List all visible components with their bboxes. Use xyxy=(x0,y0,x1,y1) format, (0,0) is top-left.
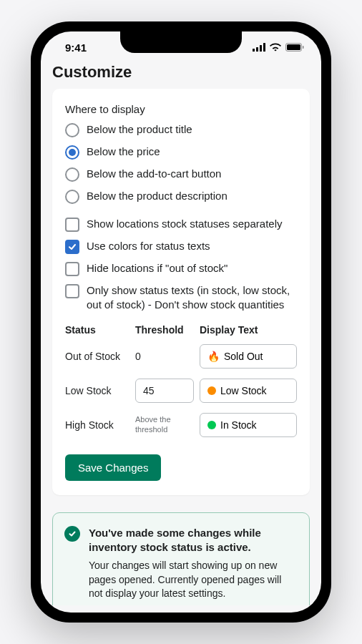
radio-icon xyxy=(65,123,79,137)
radio-icon xyxy=(65,167,79,182)
fire-icon: 🔥 xyxy=(207,351,220,362)
checkbox-icon xyxy=(65,262,79,276)
checkbox-label: Use colors for status texts xyxy=(87,239,210,253)
col-header-status: Status xyxy=(65,324,129,336)
svg-rect-2 xyxy=(260,45,262,52)
status-time: 9:41 xyxy=(58,42,87,54)
status-dot-icon xyxy=(207,421,216,429)
radio-below-title[interactable]: Below the product title xyxy=(65,122,297,137)
threshold-input[interactable]: 45 xyxy=(135,379,194,403)
display-text-input[interactable]: 🔥 Sold Out xyxy=(200,344,297,369)
checkbox-icon xyxy=(65,284,79,298)
col-header-display: Display Text xyxy=(200,324,297,336)
threshold-value: 0 xyxy=(135,351,194,362)
status-name: Low Stock xyxy=(65,385,129,396)
display-text-value: In Stock xyxy=(220,419,257,431)
threshold-value: 45 xyxy=(143,385,155,396)
status-dot-icon xyxy=(207,386,216,395)
save-changes-button[interactable]: Save Changes xyxy=(65,454,161,481)
checkbox-only-status-texts[interactable]: Only show status texts (in stock, low st… xyxy=(65,283,297,313)
checkbox-icon xyxy=(65,240,79,254)
radio-below-description[interactable]: Below the product description xyxy=(65,189,297,204)
checkbox-separate-locations[interactable]: Show locations stock statuses separately xyxy=(65,217,297,232)
svg-rect-5 xyxy=(287,44,300,50)
changes-notice: You've made some changes while inventory… xyxy=(52,512,310,606)
table-row-out-of-stock: Out of Stock 0 🔥 Sold Out xyxy=(65,344,297,369)
radio-below-cart[interactable]: Below the add-to-cart button xyxy=(65,167,297,182)
checkbox-label: Show locations stock statuses separately xyxy=(87,217,282,231)
checkbox-hide-oos[interactable]: Hide locations if "out of stock" xyxy=(65,261,297,276)
svg-rect-1 xyxy=(256,47,258,52)
status-name: High Stock xyxy=(65,419,129,431)
radio-icon xyxy=(65,145,79,160)
threshold-note: Above the threshold xyxy=(135,415,194,434)
radio-below-price[interactable]: Below the price xyxy=(65,145,297,160)
radio-label: Below the product description xyxy=(87,189,228,203)
where-to-display-label: Where to display xyxy=(65,103,297,115)
notice-title: You've made some changes while inventory… xyxy=(89,526,298,555)
checkbox-label: Only show status texts (in stock, low st… xyxy=(87,283,297,313)
checkbox-icon xyxy=(65,218,79,232)
check-circle-icon xyxy=(64,526,80,542)
notice-body: Your changes will start showing up on ne… xyxy=(89,559,298,601)
display-text-input[interactable]: In Stock xyxy=(200,413,297,437)
svg-rect-3 xyxy=(263,43,265,52)
page-header: Customize xyxy=(41,63,321,89)
svg-rect-6 xyxy=(303,46,303,49)
checkbox-use-colors[interactable]: Use colors for status texts xyxy=(65,239,297,254)
radio-label: Below the product title xyxy=(87,122,192,137)
radio-label: Below the price xyxy=(87,145,160,159)
status-name: Out of Stock xyxy=(65,351,129,362)
status-indicators xyxy=(253,43,304,52)
table-row-high-stock: High Stock Above the threshold In Stock xyxy=(65,413,297,437)
page-title: Customize xyxy=(52,63,310,82)
display-text-input[interactable]: Low Stock xyxy=(200,379,297,403)
status-table: Status Threshold Display Text Out of Sto… xyxy=(65,324,297,437)
battery-icon xyxy=(285,43,304,52)
display-text-value: Low Stock xyxy=(220,385,267,396)
svg-rect-0 xyxy=(253,49,255,52)
checkbox-label: Hide locations if "out of stock" xyxy=(87,261,228,275)
col-header-threshold: Threshold xyxy=(135,324,194,336)
signal-icon xyxy=(253,43,265,52)
radio-label: Below the add-to-cart button xyxy=(87,167,221,181)
table-row-low-stock: Low Stock 45 Low Stock xyxy=(65,379,297,403)
settings-card: Where to display Below the product title… xyxy=(52,89,310,495)
wifi-icon xyxy=(270,43,281,52)
display-text-value: Sold Out xyxy=(224,351,263,362)
radio-icon xyxy=(65,190,79,204)
